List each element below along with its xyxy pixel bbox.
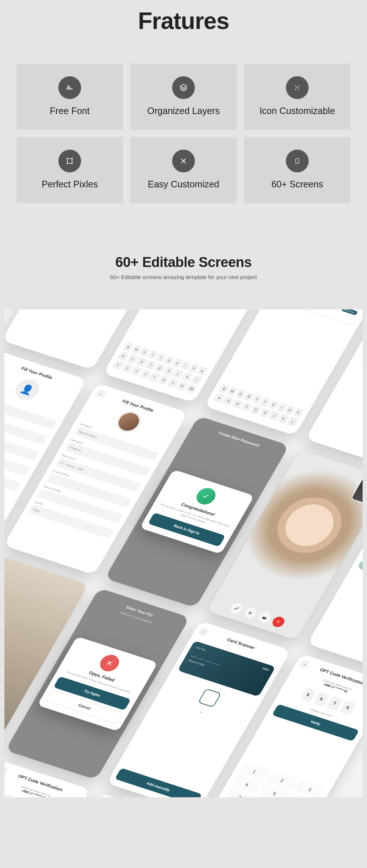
- bounding-box-icon: [58, 150, 81, 172]
- sub-heading: 60+ Editable Screens: [17, 254, 350, 270]
- feature-label: Free Font: [50, 106, 90, 116]
- feature-card-free-font: Aa Free Font: [17, 64, 123, 130]
- svg-point-9: [72, 158, 73, 159]
- listing-card[interactable]: Minimalist Luxury Farm HouseSydney, AU$9…: [359, 335, 363, 383]
- screen-icon: [286, 150, 309, 172]
- feature-label: Perfect Pixles: [42, 179, 98, 190]
- svg-point-4: [295, 89, 296, 90]
- svg-text:a: a: [70, 87, 73, 91]
- main-heading: Fratures: [17, 0, 350, 64]
- review-item: Oscar Collins★★★★★: [357, 560, 363, 594]
- add-manually-button[interactable]: Add manually: [115, 768, 202, 797]
- card-brand: VISA: [261, 667, 269, 672]
- check-icon: ✓: [193, 486, 219, 507]
- keyboard[interactable]: qwertyuiop asdfghjkl ⇧zxcvbnm⌫: [111, 342, 208, 395]
- features-grid: Aa Free Font Organized Layers Icon Custo…: [17, 64, 350, 203]
- feature-card-icon-customizable: Icon Customizable: [244, 64, 350, 130]
- tools-icon: [172, 150, 195, 172]
- card-holder: Manuel Collins: [188, 659, 262, 685]
- feature-label: 60+ Screens: [271, 179, 323, 190]
- scan-frame-icon: [198, 688, 221, 708]
- screen-title: Fill Your Profile: [4, 358, 79, 388]
- svg-point-6: [297, 87, 298, 88]
- layers-icon: [172, 76, 195, 99]
- avatar[interactable]: [114, 410, 144, 434]
- feature-label: Easy Customized: [148, 179, 219, 190]
- success-modal: ✓ Congratulations! Your account is ready…: [140, 469, 254, 554]
- sparkle-icon: [286, 76, 309, 99]
- listing-thumb: [362, 338, 363, 361]
- svg-rect-12: [296, 158, 299, 163]
- svg-point-11: [72, 162, 73, 164]
- failed-modal: ✕ Opps, Failed Your payment failed. Plea…: [37, 636, 158, 731]
- keyboard[interactable]: QWERTYUIOP ASDFGHJKL: [212, 384, 304, 428]
- listing-card[interactable]: Modern Minimalist Luxury House Tokyo, Ja…: [272, 310, 363, 325]
- feature-card-perfect-pixels: Perfect Pixles: [17, 137, 123, 203]
- numpad[interactable]: 123456789*0⌫: [216, 762, 326, 797]
- screens-showcase: Search Search House Mountain Urban Offic…: [4, 310, 363, 797]
- feature-label: Organized Layers: [147, 106, 219, 116]
- svg-point-8: [67, 158, 68, 159]
- feature-card-screens: 60+ Screens: [244, 137, 350, 203]
- svg-point-2: [295, 85, 296, 87]
- svg-rect-7: [68, 158, 72, 163]
- avatar-placeholder-icon[interactable]: 👤: [11, 377, 43, 403]
- x-icon: ✕: [97, 653, 122, 674]
- feature-card-organized-layers: Organized Layers: [130, 64, 237, 130]
- sub-description: 60+ Editable screens amazing template fo…: [17, 274, 350, 280]
- svg-point-3: [298, 85, 299, 87]
- feature-card-easy-customized: Easy Customized: [130, 137, 237, 203]
- name-input[interactable]: Mosaraf Hoassin: [4, 395, 57, 429]
- book-now-button[interactable]: Book Now: [341, 310, 358, 315]
- feature-label: Icon Customizable: [259, 106, 335, 116]
- font-icon: Aa: [58, 76, 81, 99]
- svg-point-5: [298, 89, 299, 90]
- svg-point-10: [67, 162, 68, 164]
